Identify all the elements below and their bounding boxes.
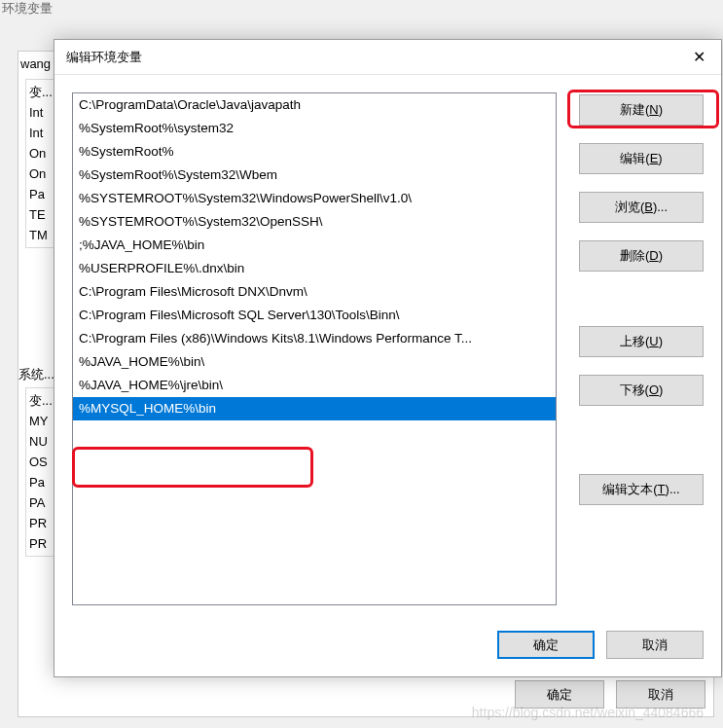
path-item[interactable]: %USERPROFILE%\.dnx\bin [73, 257, 556, 280]
path-item[interactable]: C:\Program Files (x86)\Windows Kits\8.1\… [73, 327, 556, 350]
move-up-button[interactable]: 上移(U) [579, 326, 704, 357]
move-down-button[interactable]: 下移(O) [579, 375, 704, 406]
delete-button[interactable]: 删除(D) [579, 240, 704, 272]
path-item[interactable]: C:\Program Files\Microsoft DNX\Dnvm\ [73, 280, 556, 304]
path-item[interactable]: C:\Program Files\Microsoft SQL Server\13… [73, 304, 556, 327]
path-item[interactable]: %SystemRoot%\system32 [73, 117, 556, 140]
inner-titlebar: 编辑环境变量 ✕ [54, 40, 721, 75]
path-item[interactable]: ;%JAVA_HOME%\bin [73, 234, 556, 257]
new-button[interactable]: 新建(N) [579, 94, 704, 126]
inner-title: 编辑环境变量 [66, 49, 142, 66]
path-list[interactable]: C:\ProgramData\Oracle\Java\javapath %Sys… [72, 92, 557, 605]
edit-button[interactable]: 编辑(E) [579, 143, 704, 174]
user-vars-label: wang [20, 56, 51, 71]
watermark-text: https://blog.csdn.net/weixin_44084666 [472, 705, 704, 720]
path-item[interactable]: %SYSTEMROOT%\System32\OpenSSH\ [73, 210, 556, 234]
path-item[interactable]: %SystemRoot% [73, 140, 556, 164]
path-item-selected[interactable]: %MYSQL_HOME%\bin [73, 397, 556, 420]
inner-body: C:\ProgramData\Oracle\Java\javapath %Sys… [54, 75, 721, 676]
env-var-parent-title: 环境变量 [2, 0, 53, 18]
path-item[interactable]: %JAVA_HOME%\bin\ [73, 350, 556, 374]
inner-button-row: 确定 取消 [489, 631, 704, 659]
path-item[interactable]: %SystemRoot%\System32\Wbem [73, 164, 556, 187]
sys-vars-label: 系统... [18, 366, 54, 383]
side-button-column: 新建(N) 编辑(E) 浏览(B)... 删除(D) 上移(U) 下移(O) 编… [579, 94, 704, 523]
edit-text-button[interactable]: 编辑文本(T)... [579, 474, 704, 505]
inner-cancel-button[interactable]: 取消 [606, 631, 704, 659]
close-button[interactable]: ✕ [676, 40, 721, 75]
path-item[interactable]: %SYSTEMROOT%\System32\WindowsPowerShell\… [73, 187, 556, 210]
close-icon: ✕ [693, 48, 705, 66]
inner-ok-button[interactable]: 确定 [497, 631, 595, 659]
browse-button[interactable]: 浏览(B)... [579, 192, 704, 223]
edit-env-var-dialog: 编辑环境变量 ✕ C:\ProgramData\Oracle\Java\java… [54, 39, 722, 677]
path-item[interactable]: C:\ProgramData\Oracle\Java\javapath [73, 93, 556, 117]
path-item[interactable]: %JAVA_HOME%\jre\bin\ [73, 374, 556, 397]
